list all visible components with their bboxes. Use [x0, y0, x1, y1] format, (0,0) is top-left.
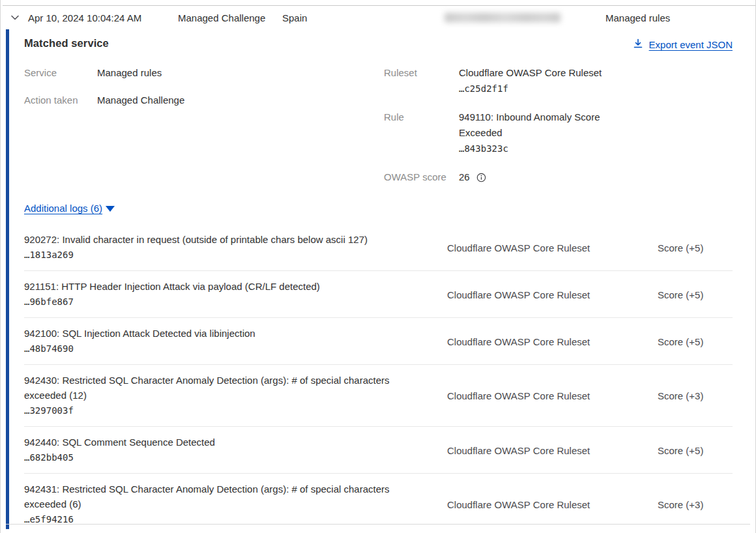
info-icon[interactable] [476, 173, 486, 182]
field-service: Service Managed rules [24, 65, 184, 81]
event-redacted-value [444, 13, 560, 23]
download-icon [633, 38, 643, 51]
log-rule-hash: …1813a269 [24, 247, 421, 263]
rule-name: 949110: Inbound Anomaly Score Exceeded [459, 111, 600, 138]
log-rule-cell: 942430: Restricted SQL Character Anomaly… [24, 373, 447, 419]
log-rule-description: 942430: Restricted SQL Character Anomaly… [24, 373, 421, 403]
log-rule-hash: …e5f94216 [24, 511, 421, 528]
event-summary-row[interactable]: Apr 10, 2024 10:04:24 AM Managed Challen… [1, 6, 755, 29]
additional-logs-label: Additional logs (6) [24, 203, 102, 214]
log-ruleset: Cloudflare OWASP Core Ruleset [447, 435, 658, 466]
log-score: Score (+3) [658, 482, 733, 528]
log-rule-hash: …3297003f [24, 403, 421, 419]
log-score: Score (+5) [658, 279, 733, 310]
field-action-taken: Action taken Managed Challenge [24, 93, 184, 108]
field-rule: Rule 949110: Inbound Anomaly Score Excee… [384, 109, 622, 156]
field-service-value: Managed rules [97, 65, 162, 81]
firewall-event-detail: Apr 10, 2024 10:04:24 AM Managed Challen… [0, 0, 756, 533]
field-owasp-score-label: OWASP score [384, 169, 459, 185]
field-rule-value: 949110: Inbound Anomaly Score Exceeded …… [459, 109, 622, 156]
field-ruleset: Ruleset Cloudflare OWASP Core Ruleset …c… [384, 65, 622, 96]
panel-title: Matched service [24, 37, 109, 50]
event-action: Managed Challenge [178, 12, 265, 23]
log-rule-cell: 942100: SQL Injection Attack Detected vi… [24, 326, 447, 357]
log-rule-cell: 920272: Invalid character in request (ou… [24, 232, 447, 263]
log-rule-cell: 942440: SQL Comment Sequence Detected …6… [24, 435, 447, 466]
log-score: Score (+5) [658, 326, 733, 357]
log-row: 942100: SQL Injection Attack Detected vi… [24, 318, 733, 365]
log-score: Score (+3) [658, 373, 733, 419]
additional-logs-table: 920272: Invalid character in request (ou… [24, 224, 733, 533]
event-country: Spain [282, 12, 307, 23]
owasp-score-number: 26 [459, 169, 470, 185]
log-ruleset: Cloudflare OWASP Core Ruleset [447, 326, 658, 357]
log-ruleset: Cloudflare OWASP Core Ruleset [447, 373, 658, 419]
event-timestamp: Apr 10, 2024 10:04:24 AM [28, 12, 141, 23]
field-ruleset-label: Ruleset [384, 65, 459, 81]
log-rule-cell: 942431: Restricted SQL Character Anomaly… [24, 482, 447, 528]
log-rule-hash: …48b74690 [24, 341, 421, 357]
log-ruleset: Cloudflare OWASP Core Ruleset [447, 482, 658, 528]
field-owasp-score: OWASP score 26 [384, 169, 622, 185]
log-row: 942440: SQL Comment Sequence Detected …6… [24, 427, 733, 474]
log-row: 942430: Restricted SQL Character Anomaly… [24, 365, 733, 427]
log-row: 920272: Invalid character in request (ou… [24, 224, 733, 271]
matched-service-fields-right: Ruleset Cloudflare OWASP Core Ruleset …c… [384, 65, 622, 198]
log-rule-description: 942100: SQL Injection Attack Detected vi… [24, 326, 421, 341]
chevron-down-icon[interactable] [9, 12, 21, 23]
log-rule-description: 942431: Restricted SQL Character Anomaly… [24, 482, 421, 511]
field-rule-label: Rule [384, 109, 459, 125]
log-rule-description: 942440: SQL Comment Sequence Detected [24, 435, 421, 450]
log-rule-description: 920272: Invalid character in request (ou… [24, 232, 421, 247]
export-event-json-link[interactable]: Export event JSON [633, 38, 733, 51]
log-row: 921151: HTTP Header Injection Attack via… [24, 271, 733, 318]
ruleset-name: Cloudflare OWASP Core Ruleset [459, 67, 602, 78]
event-service: Managed rules [605, 12, 670, 23]
event-detail-panel: Matched service Export event JSON Servic… [6, 29, 750, 529]
log-rule-cell: 921151: HTTP Header Injection Attack via… [24, 279, 447, 310]
log-rule-hash: …96bfe867 [24, 294, 421, 310]
triangle-down-icon [106, 206, 115, 212]
matched-service-fields-left: Service Managed rules Action taken Manag… [24, 65, 184, 120]
log-score: Score (+5) [658, 232, 733, 263]
field-owasp-score-value: 26 [459, 169, 486, 185]
field-ruleset-value: Cloudflare OWASP Core Ruleset …c25d2f1f [459, 65, 602, 96]
log-rule-description: 921151: HTTP Header Injection Attack via… [24, 279, 421, 294]
field-action-taken-value: Managed Challenge [97, 93, 184, 108]
panel-bottom-divider [6, 524, 750, 525]
log-rule-hash: …682bb405 [24, 450, 421, 466]
log-ruleset: Cloudflare OWASP Core Ruleset [447, 232, 658, 263]
log-score: Score (+5) [658, 435, 733, 466]
export-event-json-label: Export event JSON [649, 39, 733, 50]
log-ruleset: Cloudflare OWASP Core Ruleset [447, 279, 658, 310]
field-action-taken-label: Action taken [24, 93, 97, 108]
ruleset-id-hash: …c25d2f1f [459, 83, 508, 94]
additional-logs-toggle[interactable]: Additional logs (6) [24, 203, 115, 214]
field-service-label: Service [24, 65, 97, 81]
rule-id-hash: …843b323c [459, 143, 508, 154]
